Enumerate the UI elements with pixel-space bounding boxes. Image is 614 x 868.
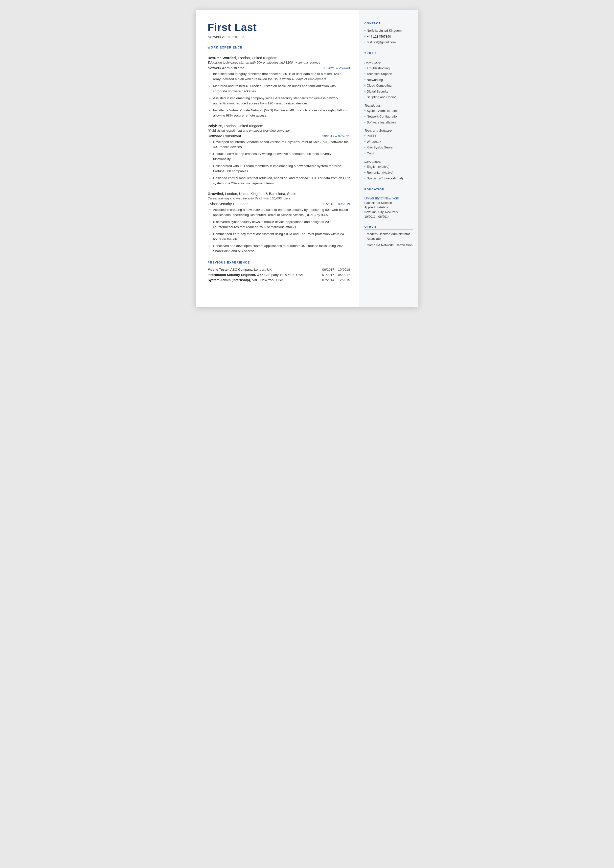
prev-job-1-title: Mobile Tester, [208, 268, 230, 272]
contact-phone: +44 1234567890 [364, 34, 413, 39]
prev-job-1-row: Mobile Tester, ABC Company, London, UK 0… [208, 268, 350, 272]
tool-cacti: Cacti [364, 151, 413, 156]
skill-networking: Networking [364, 78, 413, 82]
job-1-bullets: Identified data integrity problems that … [208, 71, 350, 118]
company-2-desc: NYSE-listed recruitment and employer bra… [208, 129, 350, 132]
candidate-name: First Last [208, 22, 350, 33]
edu-school: University of New York [364, 196, 413, 200]
bullet-3-4: Conceived and developed custom applicati… [213, 244, 350, 254]
bullet-1-1: Identified data integrity problems that … [213, 71, 350, 82]
prev-job-1-company: ABC Company, London, UK [230, 268, 272, 272]
tool-wireshark: Wireshark [364, 139, 413, 144]
company-1-header: Resume Worded, London, United Kingdom [208, 56, 350, 60]
tool-putty: PuTTY [364, 134, 413, 138]
hard-skills-label: Hard Skills: [364, 61, 413, 65]
job-2-date: 10/2019 – 07/2021 [322, 134, 350, 138]
company-3-location: London, United Kingdom & Barcelona, Spai… [225, 192, 296, 196]
prev-job-3-date: 07/2014 – 12/2015 [322, 278, 350, 282]
skill-troubleshooting: Troubleshooting [364, 66, 413, 71]
resume-page: First Last Network Administrator WORK EX… [196, 10, 419, 307]
bullet-1-2: Mentored and trained 40+ rookie IT staff… [213, 84, 350, 94]
bullet-2-1: Developed an internal, Android-based ver… [213, 140, 350, 150]
lang-spanish: Spanish (Conversational) [364, 176, 413, 181]
main-column: First Last Network Administrator WORK EX… [196, 10, 359, 307]
skills-section-label: SKILLS [364, 52, 413, 56]
prev-job-3-row: System Admin (Internship), ABC, New York… [208, 278, 350, 282]
bullet-2-4: Designed control modules that retrieved,… [213, 175, 350, 186]
other-item-2: CompTIA Network+ Certification [364, 243, 413, 248]
company-2-location: London, United Kingdom [224, 124, 264, 128]
lang-english: English (Native) [364, 164, 413, 169]
previous-experience-label: PREVIOUS EXPERIENCE [208, 261, 350, 265]
tools-label: Tools and Software: [364, 129, 413, 132]
skill-digital-security: Digital Security [364, 89, 413, 94]
company-3-desc: Career training and membership SaaS with… [208, 196, 350, 200]
company-3-header: Growthsi, London, United Kingdom & Barce… [208, 191, 350, 196]
bullet-2-3: Collaborated with 10+ team members in im… [213, 163, 350, 174]
other-section-label: OTHER [364, 225, 413, 230]
job-1-row: Network Administrator 08/2021 – Present [208, 66, 350, 70]
skill-cloud-computing: Cloud Computing [364, 83, 413, 88]
technique-netconfig: Network Configuration [364, 114, 413, 119]
technique-swinstall: Software Installation [364, 120, 413, 125]
job-2-row: Software Consultant 10/2019 – 07/2021 [208, 134, 350, 138]
company-3-name: Growthsi, [208, 192, 224, 196]
prev-job-1-date: 06/2017 – 10/2018 [322, 268, 350, 272]
prev-job-3-title: System Admin (Internship), [208, 278, 251, 282]
company-2-name: Polyhire, [208, 124, 223, 128]
techniques-label: Techniques: [364, 104, 413, 107]
other-item-1: Modern Desktop Administrator Associate [364, 231, 413, 241]
prev-job-3-info: System Admin (Internship), ABC, New York… [208, 278, 284, 282]
job-3-title: Cyber Security Engineer [208, 202, 248, 206]
job-3-date: 11/2018 – 09/2019 [322, 202, 350, 206]
prev-job-2-title: Information Security Engineer, [208, 273, 256, 276]
sidebar: CONTACT Norfolk, United Kingdom +44 1234… [359, 10, 419, 307]
prev-job-3-company: ABC, New York, USA [251, 278, 284, 282]
edu-field: Applied Statistics [364, 205, 413, 210]
lang-romanian: Romanian (Native) [364, 170, 413, 175]
work-experience-label: WORK EXPERIENCE [208, 46, 350, 50]
prev-job-1-info: Mobile Tester, ABC Company, London, UK [208, 268, 272, 272]
education-section-label: EDUCATION [364, 188, 413, 192]
bullet-1-3: Assisted in implementing company-wide LA… [213, 96, 350, 106]
skill-technical-support: Technical Support [364, 71, 413, 76]
bullet-3-1: Assisted in creating a new software suit… [213, 207, 350, 218]
contact-address: Norfolk, United Kingdom [364, 28, 413, 33]
company-2-header: Polyhire, London, United Kingdom [208, 124, 350, 128]
job-1-date: 08/2021 – Present [323, 66, 350, 70]
edu-location: New York City, New York [364, 210, 413, 214]
job-2-bullets: Developed an internal, Android-based ver… [208, 140, 350, 186]
prev-job-2-row: Information Security Engineer, XYZ Compa… [208, 273, 350, 276]
edu-date: 10/2011 - 06/2014 [364, 214, 413, 219]
job-3-row: Cyber Security Engineer 11/2018 – 09/201… [208, 202, 350, 206]
skill-scripting: Scripting and Coding [364, 95, 413, 100]
prev-job-2-info: Information Security Engineer, XYZ Compa… [208, 273, 303, 276]
languages-label: Languages: [364, 160, 413, 163]
company-1-location: London, United Kingdom [238, 56, 278, 60]
tool-kiwi: Kiwi Syslog Server [364, 145, 413, 150]
job-3-bullets: Assisted in creating a new software suit… [208, 207, 350, 254]
contact-section-label: CONTACT [364, 22, 413, 26]
edu-degree: Bachelor of Science [364, 201, 413, 205]
contact-email: first.last@gmail.com [364, 40, 413, 45]
bullet-1-4: Installed a Virtual Private Network (VPN… [213, 108, 350, 118]
bullet-2-2: Reduced 88% of app crashes by writing in… [213, 151, 350, 162]
company-1-desc: Education technology startup with 50+ em… [208, 61, 350, 64]
candidate-title: Network Administrator [208, 35, 350, 39]
job-1-title: Network Administrator [208, 66, 244, 70]
prev-job-2-company: XYZ Company, New York, USA [256, 273, 303, 276]
bullet-3-3: Commenced zero-day threat assessment usi… [213, 231, 350, 242]
bullet-3-2: Discovered cyber security flaws in mobil… [213, 219, 350, 230]
company-1-name: Resume Worded, [208, 56, 237, 60]
prev-job-2-date: 01/2016 – 05/2017 [322, 273, 350, 276]
job-2-title: Software Consultant [208, 134, 241, 138]
technique-sysadmin: System Administration [364, 109, 413, 113]
